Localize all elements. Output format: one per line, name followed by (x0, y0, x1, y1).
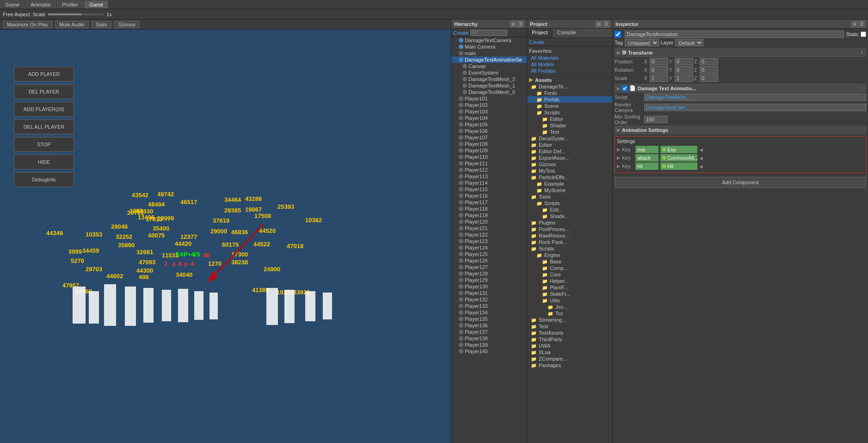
hierarchy-item-24[interactable]: Player116 (451, 193, 527, 199)
anim-expand-right-2[interactable]: ◀ (699, 164, 703, 169)
add-player-20-btn[interactable]: ADD PLAYER(20) (14, 102, 74, 117)
hierarchy-item-7[interactable]: DamageTextMesh_1 (451, 82, 527, 89)
hierarchy-item-25[interactable]: Player117 (451, 199, 527, 206)
del-all-player-btn[interactable]: DEL ALL PLAYER (14, 119, 74, 134)
project-item-33[interactable]: 📁Utils (527, 297, 612, 304)
hierarchy-item-33[interactable]: Player125 (451, 251, 527, 257)
static-checkbox[interactable] (861, 31, 866, 37)
tab-game[interactable]: Game (84, 0, 108, 8)
project-item-0[interactable]: 📁DamageTe... (527, 83, 612, 90)
project-item-1[interactable]: 📁Fonts (527, 90, 612, 96)
anim-key-field-0[interactable] (635, 146, 659, 153)
project-lock-btn[interactable]: ⊟ (596, 21, 602, 27)
rotation-y-field[interactable] (675, 66, 693, 74)
transform-section-header[interactable]: ▶ ⊞ Transform ⋮ (615, 48, 866, 57)
project-create-btn[interactable]: Create (529, 39, 544, 45)
tag-select[interactable]: Untagged (625, 39, 659, 46)
project-item-23[interactable]: 📁RawResour... (527, 232, 612, 239)
component-menu[interactable]: ⋮ (860, 86, 864, 91)
tab-profiler[interactable]: Profiler (57, 0, 83, 8)
hierarchy-item-14[interactable]: Player106 (451, 128, 527, 134)
project-item-40[interactable]: 📁UWA (527, 343, 612, 349)
hierarchy-item-38[interactable]: Player130 (451, 283, 527, 290)
anim-val-field-1[interactable]: CommonAtt... (660, 154, 697, 162)
fav-all-models[interactable]: All Models (529, 61, 610, 68)
project-item-37[interactable]: 📁Test (527, 323, 612, 330)
tab-scene[interactable]: Scene (0, 0, 25, 8)
mute-btn[interactable]: Mute Audio (55, 21, 89, 28)
rotation-z-field[interactable] (700, 66, 718, 74)
hierarchy-search[interactable] (470, 30, 507, 36)
hierarchy-item-13[interactable]: Player105 (451, 121, 527, 128)
hierarchy-item-6[interactable]: DamageTextMesh_2 (451, 76, 527, 82)
project-item-12[interactable]: 📁Gizmos (527, 161, 612, 168)
hierarchy-item-8[interactable]: DamageTextMesh_0 (451, 89, 527, 95)
hierarchy-item-39[interactable]: Player131 (451, 290, 527, 296)
hierarchy-item-0[interactable]: DamageTextCamera (451, 37, 527, 44)
hierarchy-item-43[interactable]: Player135 (451, 316, 527, 322)
hierarchy-item-4[interactable]: Canvas (451, 63, 527, 69)
project-item-21[interactable]: 📁Plugins (527, 219, 612, 226)
project-item-3[interactable]: 📁Scene (527, 103, 612, 109)
anim-settings-section-header[interactable]: ▶ Animation Settings (615, 126, 866, 134)
hierarchy-menu-btn[interactable]: ☰ (517, 21, 524, 27)
anim-val-field-0[interactable]: Exp (660, 146, 697, 153)
anim-key-field-2[interactable] (635, 162, 659, 170)
project-item-17[interactable]: 📁Tools (527, 193, 612, 200)
scale-y-field[interactable] (675, 75, 693, 82)
project-item-26[interactable]: 📁Engine (527, 252, 612, 258)
position-x-field[interactable] (650, 58, 668, 65)
tab-console[interactable]: Console (553, 29, 581, 37)
hierarchy-item-36[interactable]: Player128 (451, 270, 527, 277)
min-sort-field[interactable] (644, 116, 667, 123)
project-item-5[interactable]: 📁Editor (527, 116, 612, 122)
hierarchy-item-42[interactable]: Player134 (451, 309, 527, 316)
project-item-20[interactable]: 📁Shade... (527, 213, 612, 219)
anim-expand-2[interactable]: ▶ (617, 164, 620, 168)
hierarchy-item-3[interactable]: DamageTextAnimationSe (451, 56, 527, 63)
project-item-18[interactable]: 📁Scripts (527, 200, 612, 206)
hierarchy-item-18[interactable]: Player110 (451, 154, 527, 160)
project-item-34[interactable]: 📁Jso... (527, 304, 612, 310)
hierarchy-item-17[interactable]: Player109 (451, 147, 527, 154)
project-item-4[interactable]: 📁Scripts (527, 109, 612, 116)
render-camera-field[interactable] (644, 104, 866, 111)
project-item-39[interactable]: 📁ThirdParty (527, 336, 612, 343)
project-item-32[interactable]: 📁StateFr... (527, 291, 612, 297)
project-item-16[interactable]: 📁MyScene (527, 187, 612, 193)
project-item-28[interactable]: 📁Comp... (527, 265, 612, 271)
tab-animator[interactable]: Animator (25, 0, 56, 8)
hierarchy-item-47[interactable]: Player139 (451, 342, 527, 348)
hierarchy-item-40[interactable]: Player132 (451, 296, 527, 303)
hierarchy-tree[interactable]: DamageTextCameraMain CameramainDamageTex… (451, 37, 527, 443)
anim-expand-right-1[interactable]: ◀ (699, 156, 703, 161)
hierarchy-item-45[interactable]: Player137 (451, 329, 527, 335)
hierarchy-item-12[interactable]: Player104 (451, 115, 527, 121)
object-name-field[interactable] (625, 31, 844, 38)
project-item-8[interactable]: 📁DecalSyste... (527, 135, 612, 142)
hierarchy-item-48[interactable]: Player140 (451, 348, 527, 355)
hierarchy-item-21[interactable]: Player113 (451, 173, 527, 180)
tab-project[interactable]: Project (527, 29, 553, 37)
hierarchy-item-37[interactable]: Player129 (451, 277, 527, 283)
hierarchy-lock-btn[interactable]: ⊟ (510, 21, 517, 27)
project-item-14[interactable]: 📁ParticleEffe... (527, 174, 612, 181)
project-item-27[interactable]: 📁Base (527, 258, 612, 265)
hierarchy-item-29[interactable]: Player121 (451, 225, 527, 231)
hierarchy-item-5[interactable]: EventSystem (451, 69, 527, 76)
project-item-19[interactable]: 📁Edit... (527, 206, 612, 213)
project-tree[interactable]: ▶ Assets📁DamageTe...📁Fonts📁Prefab📁Scene📁… (527, 76, 612, 443)
layer-select[interactable]: Default (675, 39, 703, 46)
hierarchy-item-41[interactable]: Player133 (451, 303, 527, 309)
stats-btn[interactable]: Stats (92, 21, 111, 28)
project-item-15[interactable]: 📁Example (527, 181, 612, 187)
project-item-2[interactable]: 📁Prefab (527, 96, 612, 103)
project-item-43[interactable]: 📁Packages (527, 362, 612, 368)
project-item-7[interactable]: 📁Test (527, 129, 612, 135)
anim-expand-0[interactable]: ▶ (617, 147, 620, 152)
project-item-10[interactable]: 📁Editor Def... (527, 148, 612, 155)
scale-z-field[interactable] (700, 75, 718, 82)
rotation-x-field[interactable] (650, 66, 668, 74)
hierarchy-item-27[interactable]: Player119 (451, 212, 527, 218)
hierarchy-item-35[interactable]: Player127 (451, 264, 527, 270)
